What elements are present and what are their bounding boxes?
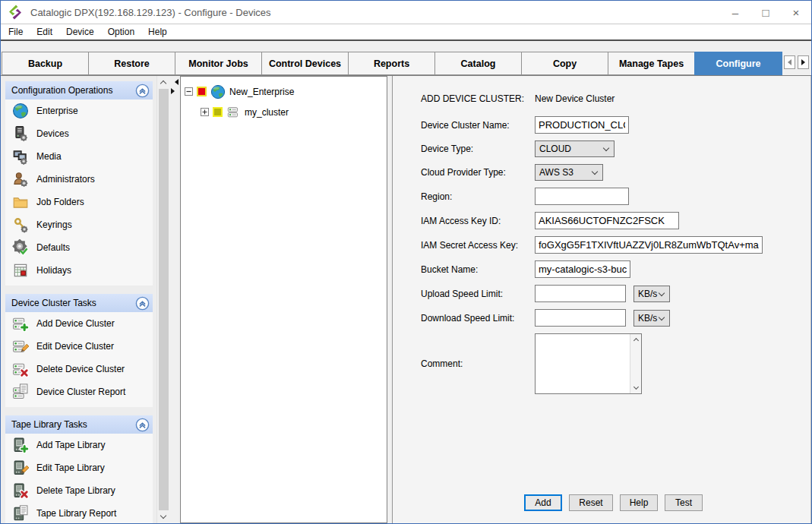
- textarea-scrollbar[interactable]: [630, 334, 641, 393]
- sidebar-item-add-device-cluster[interactable]: Add Device Cluster: [5, 312, 153, 335]
- sidebar-item-tape-library-report[interactable]: Tape Library Report: [5, 502, 153, 523]
- device-type-select[interactable]: CLOUD: [535, 140, 615, 157]
- tab-backup[interactable]: Backup: [2, 52, 89, 75]
- catalogic-logo-icon: [8, 5, 23, 20]
- comment-label: Comment:: [421, 358, 535, 369]
- keyrings-icon: [12, 216, 29, 233]
- scrollbar-thumb[interactable]: [159, 89, 169, 510]
- device-type-label: Device Type:: [421, 144, 535, 154]
- sidebar-item-delete-tape-library[interactable]: Delete Tape Library: [5, 479, 153, 502]
- tree-node-label: my_cluster: [245, 107, 289, 118]
- device-tree-panel: New_Enterprisemy_cluster: [180, 76, 387, 523]
- chevron-down-icon: [659, 289, 665, 295]
- sidebar-item-label: Delete Tape Library: [36, 485, 115, 496]
- add-tape-library-icon: [12, 437, 29, 453]
- scroll-down-icon[interactable]: [157, 510, 169, 523]
- chevron-down-icon: [659, 314, 665, 320]
- menubar: FileEditDeviceOptionHelp: [1, 24, 811, 41]
- iam-secret-access-key-label: IAM Secret Access Key:: [421, 240, 535, 251]
- tab-catalog[interactable]: Catalog: [434, 52, 522, 75]
- chevron-down-icon: [603, 145, 609, 151]
- form-row-upload-speed-limit: Upload Speed Limit:KB/s: [421, 285, 810, 302]
- help-button[interactable]: Help: [620, 494, 658, 511]
- sidebar-item-edit-tape-library[interactable]: Edit Tape Library: [5, 456, 153, 479]
- tree-node-my-cluster[interactable]: my_cluster: [185, 102, 387, 122]
- close-button[interactable]: ×: [781, 1, 811, 24]
- sidebar-item-enterprise[interactable]: Enterprise: [5, 99, 153, 122]
- tab-configure[interactable]: Configure: [694, 52, 782, 75]
- section-header-device-cluster-tasks: Device Cluster Tasks: [5, 294, 153, 312]
- bucket-name-input[interactable]: [535, 260, 630, 278]
- sidebar-splitter[interactable]: [169, 76, 180, 523]
- scroll-down-icon[interactable]: [633, 384, 638, 390]
- sidebar-item-administrators[interactable]: Administrators: [5, 168, 153, 191]
- tab-copy[interactable]: Copy: [521, 52, 608, 75]
- splitter-expand-right-icon[interactable]: [171, 88, 175, 94]
- cloud-provider-type-select[interactable]: AWS S3: [535, 164, 603, 181]
- scroll-up-icon[interactable]: [157, 76, 169, 89]
- window-controls: – □ ×: [720, 1, 811, 24]
- sidebar-item-device-cluster-report[interactable]: Device Cluster Report: [5, 380, 153, 403]
- tree-expander-minus-icon[interactable]: [185, 87, 193, 96]
- sidebar-scrollbar[interactable]: [156, 76, 169, 523]
- collapse-section-icon[interactable]: [135, 84, 150, 98]
- tab-reports[interactable]: Reports: [348, 52, 435, 75]
- menu-device[interactable]: Device: [59, 27, 101, 37]
- download-speed-limit-unit-select[interactable]: KB/s: [633, 310, 670, 327]
- form-row-device-type: Device Type:CLOUD: [421, 140, 810, 157]
- comment-textarea[interactable]: [535, 333, 642, 394]
- tab-manage-tapes[interactable]: Manage Tapes: [608, 52, 695, 75]
- collapse-section-icon[interactable]: [135, 418, 150, 432]
- tab-scroll-right-icon[interactable]: [798, 55, 809, 69]
- iam-access-key-id-input[interactable]: [535, 212, 679, 229]
- iam-secret-access-key-input[interactable]: [535, 236, 763, 254]
- collapse-section-icon[interactable]: [135, 296, 150, 311]
- form-row-cloud-provider-type: Cloud Provider Type:AWS S3: [421, 164, 810, 181]
- upload-speed-limit-input[interactable]: [535, 285, 626, 302]
- region-input[interactable]: [535, 188, 629, 205]
- tree-expander-plus-icon[interactable]: [201, 108, 209, 116]
- tab-restore[interactable]: Restore: [88, 52, 175, 75]
- tab-control-devices[interactable]: Control Devices: [261, 52, 349, 75]
- form-button-row: AddResetHelpTest: [524, 494, 703, 511]
- maximize-button[interactable]: □: [750, 1, 781, 24]
- app-window: Catalogic DPX(192.168.129.123) - Configu…: [0, 0, 812, 524]
- sidebar-item-devices[interactable]: Devices: [5, 122, 153, 145]
- reset-button[interactable]: Reset: [569, 494, 613, 511]
- minimize-button[interactable]: –: [720, 1, 750, 24]
- upload-speed-limit-unit-select[interactable]: KB/s: [633, 286, 670, 302]
- menu-option[interactable]: Option: [101, 27, 141, 37]
- iam-access-key-id-label: IAM Access Key ID:: [421, 216, 535, 226]
- menu-help[interactable]: Help: [141, 27, 174, 37]
- device-cluster-name-input[interactable]: [535, 116, 629, 134]
- scroll-up-icon[interactable]: [633, 338, 638, 343]
- section-configuration-operations: Configuration OperationsEnterpriseDevice…: [5, 81, 153, 286]
- sidebar-item-add-tape-library[interactable]: Add Tape Library: [5, 434, 153, 456]
- task-sidebar: Configuration OperationsEnterpriseDevice…: [1, 76, 156, 523]
- sidebar-item-job-folders[interactable]: Job Folders: [5, 191, 153, 213]
- tab-monitor-jobs[interactable]: Monitor Jobs: [175, 52, 262, 75]
- download-speed-limit-input[interactable]: [535, 309, 626, 327]
- test-button[interactable]: Test: [665, 494, 703, 511]
- sidebar-item-keyrings[interactable]: Keyrings: [5, 213, 153, 236]
- sidebar-item-edit-device-cluster[interactable]: Edit Device Cluster: [5, 335, 153, 358]
- sidebar-item-delete-device-cluster[interactable]: Delete Device Cluster: [5, 358, 153, 380]
- menu-edit[interactable]: Edit: [30, 27, 59, 37]
- delete-tape-library-icon: [12, 482, 29, 499]
- tab-scroll-left-icon[interactable]: [784, 55, 795, 69]
- upload-speed-limit-label: Upload Speed Limit:: [421, 289, 535, 299]
- tab-bar: BackupRestoreMonitor JobsControl Devices…: [1, 41, 811, 76]
- sidebar-item-media[interactable]: Media: [5, 145, 153, 168]
- section-title: Device Cluster Tasks: [11, 298, 135, 308]
- sidebar-item-holidays[interactable]: Holidays: [5, 259, 153, 282]
- add-button[interactable]: Add: [524, 494, 562, 511]
- sidebar-item-label: Keyrings: [36, 219, 72, 230]
- form-row-device-cluster-name: Device Cluster Name:: [421, 116, 810, 134]
- add-device-cluster-form: ADD DEVICE CLUSTER:New Device ClusterDev…: [392, 76, 811, 523]
- menu-file[interactable]: File: [2, 27, 30, 37]
- tree-node-new-enterprise[interactable]: New_Enterprise: [185, 81, 387, 102]
- form-title-label: ADD DEVICE CLUSTER:: [421, 93, 535, 104]
- sidebar-item-defaults[interactable]: Defaults: [5, 236, 153, 259]
- unit-select-value: KB/s: [638, 313, 657, 324]
- splitter-collapse-left-icon[interactable]: [175, 79, 179, 85]
